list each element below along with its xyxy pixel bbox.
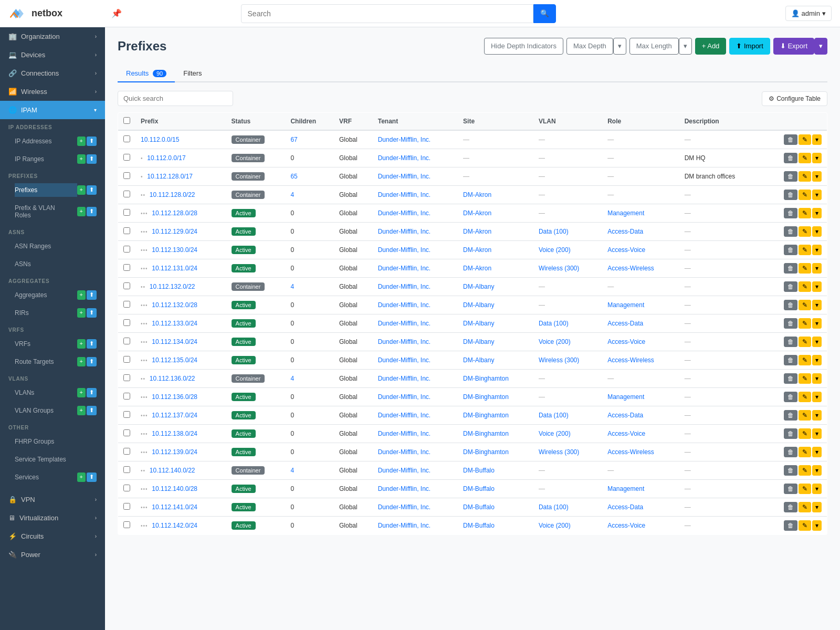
delete-button[interactable]: 🗑 <box>784 263 797 274</box>
role-link[interactable]: Access-Voice <box>607 246 645 254</box>
edit-button[interactable]: ✎ <box>799 190 811 200</box>
prefixes-add-btn[interactable]: + <box>77 185 86 194</box>
vlan-link[interactable]: Voice (200) <box>539 522 571 529</box>
delete-button[interactable]: 🗑 <box>784 373 797 384</box>
row-checkbox[interactable] <box>123 227 130 234</box>
row-checkbox[interactable] <box>123 282 130 289</box>
edit-button[interactable]: ✎ <box>799 373 811 384</box>
site-link[interactable]: DM-Albany <box>463 338 494 345</box>
row-checkbox[interactable] <box>123 246 130 253</box>
row-checkbox[interactable] <box>123 521 130 528</box>
role-link[interactable]: Management <box>607 393 644 401</box>
sidebar-item-services[interactable]: Services <box>15 470 77 484</box>
vlan-link[interactable]: Voice (200) <box>539 338 571 345</box>
edit-button[interactable]: ✎ <box>799 226 811 237</box>
role-link[interactable]: Access-Voice <box>607 338 645 345</box>
aggregates-import-btn[interactable]: ⬆ <box>87 290 97 299</box>
prefix-link[interactable]: 10.112.138.0/24 <box>152 430 197 437</box>
tenant-link[interactable]: Dunder-Mifflin, Inc. <box>378 320 430 327</box>
site-link[interactable]: DM-Albany <box>463 283 494 290</box>
prefix-link[interactable]: 10.112.137.0/24 <box>152 412 197 419</box>
vlan-link[interactable]: Data (100) <box>539 412 569 419</box>
site-link[interactable]: DM-Binghamton <box>463 448 509 456</box>
delete-button[interactable]: 🗑 <box>784 226 797 237</box>
edit-button[interactable]: ✎ <box>799 245 811 255</box>
site-link[interactable]: DM-Buffalo <box>463 522 495 529</box>
role-link[interactable]: Access-Voice <box>607 522 645 529</box>
hide-depth-button[interactable]: Hide Depth Indicators <box>484 38 563 55</box>
sidebar-item-fhrp-groups[interactable]: FHRP Groups <box>15 435 97 448</box>
role-link[interactable]: Access-Data <box>607 412 643 419</box>
vlan-link[interactable]: Data (100) <box>539 503 569 511</box>
children-link[interactable]: 67 <box>290 136 297 143</box>
delete-button[interactable]: 🗑 <box>784 300 797 310</box>
row-checkbox[interactable] <box>123 485 130 491</box>
user-menu[interactable]: 👤 admin ▾ <box>785 6 832 21</box>
edit-dropdown-button[interactable]: ▾ <box>812 300 822 310</box>
delete-button[interactable]: 🗑 <box>784 134 797 145</box>
site-link[interactable]: DM-Binghamton <box>463 393 509 401</box>
tenant-link[interactable]: Dunder-Mifflin, Inc. <box>378 154 430 162</box>
row-checkbox[interactable] <box>123 466 130 473</box>
brand-logo[interactable]: netbox <box>8 4 103 23</box>
role-link[interactable]: Access-Data <box>607 228 643 235</box>
delete-button[interactable]: 🗑 <box>784 318 797 329</box>
row-checkbox[interactable] <box>123 301 130 308</box>
row-checkbox[interactable] <box>123 135 130 142</box>
role-link[interactable]: Management <box>607 209 644 217</box>
role-link[interactable]: Management <box>607 485 644 492</box>
delete-button[interactable]: 🗑 <box>784 208 797 218</box>
site-link[interactable]: DM-Akron <box>463 246 491 254</box>
prefix-link[interactable]: 10.112.128.0/28 <box>152 209 197 217</box>
row-checkbox[interactable] <box>123 319 130 326</box>
vrfs-add-btn[interactable]: + <box>77 339 86 348</box>
row-checkbox[interactable] <box>123 264 130 271</box>
search-input[interactable] <box>241 4 533 23</box>
delete-button[interactable]: 🗑 <box>784 428 797 439</box>
rirs-add-btn[interactable]: + <box>77 308 86 317</box>
sidebar-item-ipam[interactable]: 🌐IPAM ▾ <box>0 101 105 119</box>
edit-button[interactable]: ✎ <box>799 355 811 365</box>
sidebar-item-organization[interactable]: 🏢Organization › <box>0 27 105 46</box>
prefix-vlan-roles-import-btn[interactable]: ⬆ <box>87 207 97 216</box>
row-checkbox[interactable] <box>123 356 130 363</box>
tenant-link[interactable]: Dunder-Mifflin, Inc. <box>378 485 430 492</box>
edit-dropdown-button[interactable]: ▾ <box>812 153 822 163</box>
edit-button[interactable]: ✎ <box>799 410 811 421</box>
vlan-groups-import-btn[interactable]: ⬆ <box>87 406 97 415</box>
sidebar-item-prefix-vlan-roles[interactable]: Prefix & VLAN Roles <box>15 201 77 222</box>
prefixes-import-btn[interactable]: ⬆ <box>87 185 97 194</box>
site-link[interactable]: DM-Akron <box>463 265 491 272</box>
tenant-link[interactable]: Dunder-Mifflin, Inc. <box>378 191 430 198</box>
vlan-link[interactable]: Wireless (300) <box>539 356 579 364</box>
row-checkbox[interactable] <box>123 411 130 418</box>
prefix-link[interactable]: 10.112.142.0/24 <box>152 522 197 529</box>
delete-button[interactable]: 🗑 <box>784 465 797 476</box>
edit-dropdown-button[interactable]: ▾ <box>812 263 822 274</box>
edit-dropdown-button[interactable]: ▾ <box>812 484 822 494</box>
edit-button[interactable]: ✎ <box>799 208 811 218</box>
edit-button[interactable]: ✎ <box>799 134 811 145</box>
tenant-link[interactable]: Dunder-Mifflin, Inc. <box>378 209 430 217</box>
vlan-link[interactable]: Voice (200) <box>539 246 571 254</box>
aggregates-add-btn[interactable]: + <box>77 290 86 299</box>
row-checkbox[interactable] <box>123 374 130 381</box>
site-link[interactable]: DM-Buffalo <box>463 467 495 474</box>
edit-dropdown-button[interactable]: ▾ <box>812 465 822 476</box>
delete-button[interactable]: 🗑 <box>784 337 797 347</box>
edit-button[interactable]: ✎ <box>799 392 811 402</box>
delete-button[interactable]: 🗑 <box>784 153 797 163</box>
edit-button[interactable]: ✎ <box>799 447 811 457</box>
edit-dropdown-button[interactable]: ▾ <box>812 281 822 292</box>
sidebar-item-devices[interactable]: 💻Devices › <box>0 46 105 64</box>
sidebar-item-circuits[interactable]: ⚡Circuits › <box>0 527 105 545</box>
edit-dropdown-button[interactable]: ▾ <box>812 337 822 347</box>
max-depth-dropdown[interactable]: ▾ <box>613 38 626 55</box>
edit-dropdown-button[interactable]: ▾ <box>812 190 822 200</box>
tenant-link[interactable]: Dunder-Mifflin, Inc. <box>378 136 430 143</box>
tenant-link[interactable]: Dunder-Mifflin, Inc. <box>378 338 430 345</box>
row-checkbox[interactable] <box>123 393 130 400</box>
children-link[interactable]: 4 <box>290 191 294 198</box>
edit-dropdown-button[interactable]: ▾ <box>812 428 822 439</box>
row-checkbox[interactable] <box>123 429 130 436</box>
